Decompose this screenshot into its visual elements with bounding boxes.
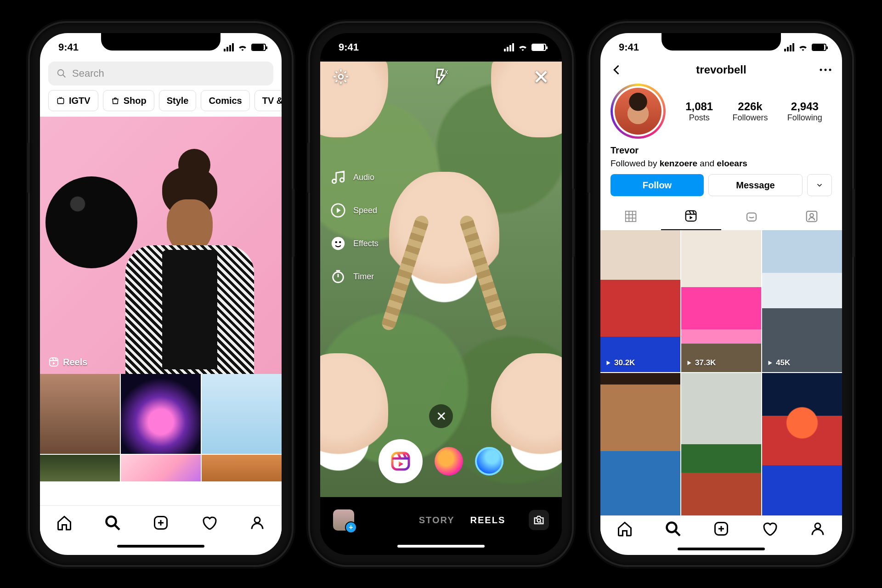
tool-timer[interactable]: Timer [330,269,379,284]
explore-tile[interactable] [40,455,120,481]
gallery-thumb[interactable] [333,509,354,531]
shutter-button[interactable] [379,439,423,483]
svg-point-34 [667,523,676,532]
reel-thumb[interactable] [681,373,761,515]
reels-icon [390,450,412,472]
explore-tile[interactable] [202,374,282,454]
stat-following[interactable]: 2,943 Following [787,100,822,123]
tool-audio[interactable]: Audio [330,170,379,185]
cellular-icon [784,43,794,51]
reels-label-overlay: Reels [48,356,87,368]
tab-tagged[interactable] [782,203,842,230]
follow-button[interactable]: Follow [611,174,704,196]
mode-story[interactable]: STORY [419,515,455,526]
profile-avatar[interactable] [611,84,666,139]
flash-off-icon[interactable]: x [432,68,450,85]
wifi-icon [798,44,808,51]
effect-preset-2[interactable] [475,447,503,475]
tool-speed[interactable]: Speed [330,203,379,218]
profile-nav-icon[interactable] [809,520,826,537]
stat-followers[interactable]: 226k Followers [732,100,768,123]
reel-thumb[interactable]: 30.2K [600,230,680,372]
svg-point-24 [829,69,831,71]
tool-effects[interactable]: Effects [330,236,379,251]
svg-rect-32 [807,211,817,222]
profile-tabs [600,203,842,230]
effect-preset-1[interactable] [435,447,463,475]
home-icon[interactable] [616,520,633,537]
activity-icon[interactable] [201,514,217,531]
search-input[interactable]: Search [48,62,273,85]
svg-point-10 [339,74,343,79]
device-notch [662,33,781,51]
svg-point-15 [332,237,345,250]
tab-reels[interactable] [661,203,722,230]
svg-point-17 [339,241,341,243]
settings-icon[interactable] [332,68,350,85]
new-post-icon[interactable] [153,514,169,531]
reel-thumb[interactable]: 37.3K [681,230,761,372]
hero-person [107,153,263,374]
dismiss-effect-button[interactable]: ✕ [429,404,453,428]
chip-comics[interactable]: Comics [201,90,249,111]
bottom-nav [600,515,842,546]
message-button[interactable]: Message [708,174,803,196]
chip-style[interactable]: Style [159,90,197,111]
reel-thumb[interactable] [762,373,842,515]
explore-tile[interactable] [121,374,201,454]
status-time: 9:41 [58,41,79,53]
chip-shop[interactable]: Shop [103,90,154,111]
reel-thumb[interactable]: 45K [762,230,842,372]
home-indicator [600,546,842,555]
profile-reel-grid: 30.2K 37.3K 45K [600,230,842,515]
music-icon [330,170,346,185]
flip-camera-icon[interactable] [529,510,549,530]
svg-text:x: x [445,68,448,75]
back-icon[interactable] [611,63,623,76]
svg-rect-25 [626,211,636,222]
camera-viewfinder[interactable]: x Audio Speed Effects Timer [320,62,562,497]
search-placeholder: Search [72,68,104,79]
phone-reels-camera: 9:41 x [310,23,572,565]
mode-reels[interactable]: REELS [470,515,506,526]
more-icon[interactable] [819,68,832,72]
play-icon [686,360,692,366]
shop-icon [111,96,120,105]
svg-point-33 [810,214,814,217]
profile-display-name: Trevor [600,142,842,158]
effects-icon [330,236,346,251]
search-nav-icon[interactable] [104,514,121,531]
explore-tile[interactable] [121,455,201,481]
capture-mode-tabs: STORY REELS [419,515,505,526]
svg-point-9 [254,517,260,523]
svg-point-0 [58,70,64,76]
wifi-icon [237,44,248,51]
close-icon[interactable] [532,68,550,85]
explore-hero-reel[interactable]: Reels [40,117,282,374]
tab-igtv[interactable] [721,203,782,230]
reel-thumb[interactable] [600,373,680,515]
new-post-icon[interactable] [713,520,729,537]
suggested-dropdown-button[interactable] [807,174,832,196]
followed-by-line[interactable]: Followed by kenzoere and eloears [600,158,842,174]
category-chip-row[interactable]: IGTV Shop Style Comics TV & Movies [40,90,282,117]
svg-rect-3 [50,358,58,366]
chip-tv-movies[interactable]: TV & Movies [254,90,282,111]
search-nav-icon[interactable] [665,520,681,537]
status-time: 9:41 [339,41,359,53]
svg-rect-2 [57,98,63,104]
cellular-icon [504,43,514,51]
tab-grid[interactable] [600,203,661,230]
battery-icon [812,44,826,51]
play-icon [767,360,773,366]
search-icon [57,68,67,79]
explore-tile[interactable] [202,455,282,481]
explore-tile[interactable] [40,374,120,454]
svg-point-39 [815,523,820,529]
stat-posts[interactable]: 1,081 Posts [685,100,713,123]
svg-line-35 [675,531,680,536]
profile-nav-icon[interactable] [249,514,266,531]
chip-igtv[interactable]: IGTV [48,90,98,111]
home-icon[interactable] [56,514,73,531]
activity-icon[interactable] [761,520,778,537]
